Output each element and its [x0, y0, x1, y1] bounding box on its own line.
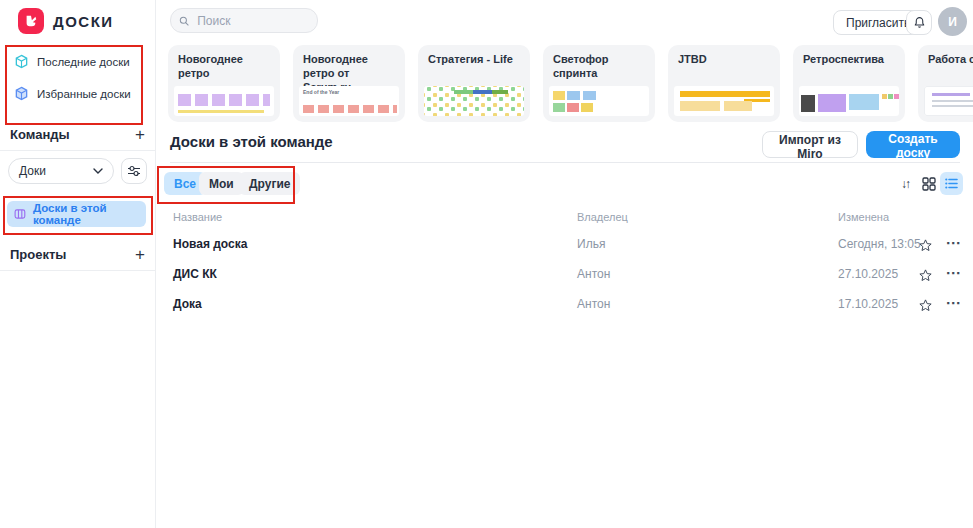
section-divider — [170, 162, 960, 163]
thumbnail-caption: End of the Year — [303, 89, 339, 95]
favorite-star-button[interactable] — [914, 234, 936, 256]
boards-app-screen: ДОСКИ Последние доски Избранные доски Ко… — [0, 0, 973, 528]
team-settings-button[interactable] — [121, 158, 147, 184]
column-header-modified: Изменена — [838, 211, 889, 223]
template-cards-row: Новогоднее ретро Новогоднее ретро от Scr… — [168, 45, 973, 122]
template-card-title: Работа с — [918, 45, 973, 67]
sidebar-divider — [0, 150, 155, 151]
sidebar-item-label: Последние доски — [37, 56, 130, 68]
table-row[interactable]: ДИС КК Антон 27.10.2025 ⋯ — [170, 265, 960, 291]
star-icon — [918, 268, 933, 283]
search-input[interactable] — [195, 13, 309, 29]
list-view-icon — [945, 178, 958, 189]
board-modified: 27.10.2025 — [838, 267, 898, 281]
template-card-thumbnail — [424, 86, 524, 116]
template-card-thumbnail — [799, 86, 899, 116]
board-name: Дока — [173, 297, 202, 311]
section-title: Доски в этой команде — [170, 133, 333, 150]
favorite-star-button[interactable] — [914, 294, 936, 316]
column-header-name: Название — [173, 211, 222, 223]
board-name: ДИС КК — [173, 267, 217, 281]
board-owner: Антон — [577, 267, 610, 281]
sidebar-item-team-boards[interactable]: Доски в этой команде — [7, 201, 146, 227]
board-owner: Антон — [577, 297, 610, 311]
chevron-down-icon — [93, 168, 103, 174]
import-miro-button[interactable]: Импорт из Miro — [762, 131, 858, 158]
board-modified: Сегодня, 13:05 — [838, 237, 921, 251]
table-row[interactable]: Дока Антон 17.10.2025 ⋯ — [170, 295, 960, 321]
projects-section-header: Проекты + — [10, 246, 147, 263]
board-owner: Илья — [577, 237, 605, 251]
filter-tab-my[interactable]: Мои — [199, 172, 244, 195]
template-card[interactable]: Новогоднее ретро — [168, 45, 280, 122]
row-menu-button[interactable]: ⋯ — [942, 232, 964, 254]
search-box[interactable] — [170, 8, 318, 33]
template-card[interactable]: Ретроспектива — [793, 45, 905, 122]
team-select-dropdown[interactable]: Доки — [8, 158, 114, 184]
sidebar-item-favorite-boards[interactable]: Избранные доски — [14, 86, 131, 101]
user-avatar[interactable]: И — [938, 7, 967, 36]
avatar-initial: И — [948, 15, 957, 29]
board-modified: 17.10.2025 — [838, 297, 898, 311]
teams-section-header: Команды + — [10, 126, 147, 143]
favorite-star-button[interactable] — [914, 264, 936, 286]
star-icon — [918, 298, 933, 313]
teams-label: Команды — [10, 127, 70, 142]
row-menu-button[interactable]: ⋯ — [942, 292, 964, 314]
search-icon — [179, 15, 189, 27]
filter-tab-others[interactable]: Другие — [239, 172, 300, 195]
template-card-title: Стратегия - Life — [418, 45, 530, 67]
sort-button[interactable]: ↓↑ — [894, 173, 916, 195]
template-card-title: Ретроспектива — [793, 45, 905, 67]
notification-bell-icon — [913, 16, 926, 29]
template-card-title: Новогоднее ретро — [168, 45, 280, 81]
table-row[interactable]: Новая доска Илья Сегодня, 13:05 ⋯ — [170, 235, 960, 261]
template-card-thumbnail — [924, 86, 973, 116]
sidebar-divider — [0, 270, 155, 271]
grid-view-icon — [922, 177, 936, 191]
team-select-value: Доки — [19, 164, 46, 178]
cube-recent-icon — [14, 54, 29, 69]
grid-view-button[interactable] — [918, 173, 940, 195]
template-card-title: Светофор спринта — [543, 45, 655, 81]
board-icon — [14, 207, 26, 221]
template-card[interactable]: JTBD — [668, 45, 780, 122]
row-menu-button[interactable]: ⋯ — [942, 262, 964, 284]
template-card-thumbnail — [674, 86, 774, 116]
app-logo: ДОСКИ — [18, 8, 114, 34]
sidebar: ДОСКИ Последние доски Избранные доски Ко… — [0, 0, 156, 528]
app-logo-text: ДОСКИ — [53, 13, 114, 30]
app-logo-icon — [18, 8, 44, 34]
template-card-thumbnail: End of the Year — [299, 86, 399, 116]
sidebar-item-label: Избранные доски — [37, 88, 131, 100]
sidebar-item-label: Доски в этой команде — [33, 202, 139, 226]
template-card-thumbnail — [549, 86, 649, 116]
add-project-button[interactable]: + — [133, 246, 147, 263]
cube-favorites-icon — [14, 86, 29, 101]
column-header-owner: Владелец — [577, 211, 628, 223]
template-card[interactable]: Стратегия - Life — [418, 45, 530, 122]
board-name: Новая доска — [173, 237, 247, 251]
template-card[interactable]: Работа с — [918, 45, 973, 122]
sliders-icon — [127, 164, 141, 178]
star-icon — [918, 238, 933, 253]
list-view-button[interactable] — [940, 172, 963, 195]
template-card-title: JTBD — [668, 45, 780, 67]
add-team-button[interactable]: + — [133, 126, 147, 143]
template-card[interactable]: Новогоднее ретро от Scrum.ru End of the … — [293, 45, 405, 122]
projects-label: Проекты — [10, 247, 66, 262]
create-board-button[interactable]: Создать доску — [866, 131, 960, 158]
template-card-thumbnail — [174, 86, 274, 116]
template-card[interactable]: Светофор спринта — [543, 45, 655, 122]
notifications-button[interactable] — [906, 10, 932, 35]
sidebar-item-recent-boards[interactable]: Последние доски — [14, 54, 130, 69]
